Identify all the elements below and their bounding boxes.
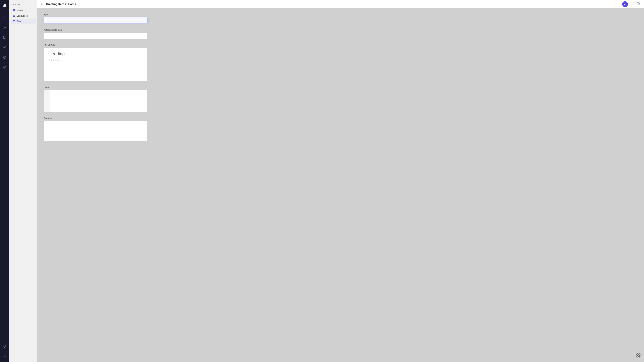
textarea-label: Textarea bbox=[44, 117, 148, 119]
block-editor-body-placeholder: Put text here bbox=[48, 59, 143, 61]
autocomplete-input-field[interactable] bbox=[44, 32, 148, 39]
topbar-actions bbox=[622, 1, 641, 7]
svg-rect-13 bbox=[13, 15, 16, 16]
svg-rect-9 bbox=[13, 9, 16, 10]
svg-point-19 bbox=[632, 3, 632, 4]
author-collection-icon bbox=[13, 9, 16, 12]
svg-point-7 bbox=[4, 67, 5, 68]
svg-point-22 bbox=[638, 3, 638, 3]
svg-rect-14 bbox=[13, 16, 16, 17]
code-editor-field[interactable]: 1 bbox=[44, 90, 148, 112]
svg-rect-12 bbox=[13, 15, 16, 15]
sidebar-nav-help[interactable] bbox=[2, 54, 8, 60]
sidebar-item-posts[interactable]: Posts bbox=[10, 18, 36, 24]
sidebar-brand: Directus bbox=[9, 2, 37, 8]
svg-rect-16 bbox=[13, 21, 16, 21]
textarea-field[interactable] bbox=[44, 121, 148, 141]
posts-collection-icon bbox=[13, 20, 16, 22]
sidebar-item-author-label: Author bbox=[17, 9, 23, 12]
app-logo[interactable] bbox=[2, 3, 8, 9]
field-group-textarea: Textarea bbox=[44, 117, 148, 142]
code-label: Code bbox=[44, 86, 148, 89]
field-group-code: Code 1 bbox=[44, 86, 148, 112]
sidebar-item-languages[interactable]: Languages bbox=[10, 13, 36, 18]
topbar: Creating Item in Posts bbox=[37, 0, 644, 8]
svg-point-18 bbox=[632, 2, 632, 3]
block-editor-field[interactable]: Heading Put text here bbox=[44, 48, 148, 81]
info-button[interactable] bbox=[636, 1, 641, 7]
icon-bar bbox=[0, 0, 9, 362]
sidebar-item-posts-label: Posts bbox=[17, 20, 22, 22]
input-field[interactable] bbox=[44, 17, 148, 24]
page-title: Creating Item in Posts bbox=[46, 2, 620, 6]
sidebar-item-author[interactable]: Author bbox=[10, 8, 36, 13]
svg-rect-24 bbox=[639, 354, 640, 355]
sidebar: Directus Author Languages bbox=[9, 0, 37, 362]
code-content[interactable] bbox=[50, 90, 148, 112]
svg-rect-4 bbox=[4, 36, 5, 38]
field-group-autocomplete: Autocomplete Input bbox=[44, 29, 148, 39]
code-gutter: 1 bbox=[44, 90, 50, 112]
svg-point-20 bbox=[632, 4, 632, 5]
main-area: Creating Item in Posts bbox=[37, 0, 644, 362]
svg-point-3 bbox=[4, 26, 5, 27]
icon-bar-bottom bbox=[2, 343, 8, 362]
svg-rect-11 bbox=[13, 11, 16, 11]
revision-button[interactable] bbox=[636, 353, 641, 359]
input-label: Input bbox=[44, 13, 148, 16]
sidebar-nav-files[interactable] bbox=[2, 34, 8, 40]
form-content: Input Autocomplete Input Block Editor He… bbox=[37, 8, 644, 362]
autocomplete-label: Autocomplete Input bbox=[44, 29, 148, 31]
profile-icon[interactable] bbox=[2, 353, 8, 359]
sidebar-nav-content[interactable] bbox=[2, 14, 8, 20]
field-group-block-editor: Block Editor Heading Put text here bbox=[44, 44, 148, 81]
sidebar-nav-settings[interactable] bbox=[2, 64, 8, 70]
sidebar-nav-insights[interactable] bbox=[2, 44, 8, 50]
svg-point-8 bbox=[4, 355, 5, 356]
svg-rect-1 bbox=[3, 17, 6, 17]
svg-point-6 bbox=[4, 58, 5, 58]
svg-rect-25 bbox=[636, 356, 638, 357]
svg-rect-17 bbox=[13, 22, 16, 22]
more-options-button[interactable] bbox=[630, 1, 634, 7]
svg-rect-23 bbox=[636, 354, 638, 355]
svg-rect-10 bbox=[13, 10, 16, 11]
back-button[interactable] bbox=[40, 2, 44, 6]
notifications-icon[interactable] bbox=[2, 343, 8, 349]
svg-rect-15 bbox=[13, 20, 16, 21]
languages-collection-icon bbox=[13, 14, 16, 17]
svg-rect-0 bbox=[3, 16, 6, 16]
svg-rect-2 bbox=[3, 18, 5, 18]
block-editor-label: Block Editor bbox=[44, 44, 148, 46]
sidebar-item-languages-label: Languages bbox=[17, 14, 28, 17]
sidebar-nav-users[interactable] bbox=[2, 24, 8, 30]
field-group-input: Input bbox=[44, 13, 148, 24]
block-editor-heading-placeholder: Heading bbox=[48, 51, 143, 56]
save-button[interactable] bbox=[622, 1, 628, 7]
